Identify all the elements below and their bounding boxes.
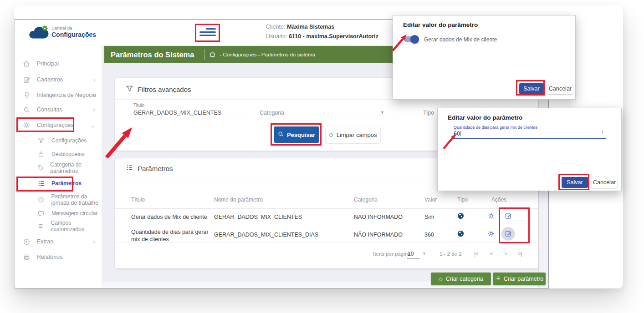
- cell-nome: GERAR_DADOS_MIX_CLIENTES: [214, 214, 302, 220]
- logo-line1: Central de: [51, 25, 96, 30]
- edit-action-button[interactable]: [505, 230, 512, 239]
- save-button-label: Salvar: [523, 86, 539, 92]
- message-icon: [37, 210, 45, 217]
- text-cursor: [460, 131, 460, 136]
- spinner-down-icon[interactable]: ▾: [602, 132, 603, 134]
- col-tipo: Tipo: [457, 197, 468, 203]
- globe-icon: [457, 212, 464, 221]
- cancel-button[interactable]: Cancelar: [592, 177, 617, 188]
- filter-icon: [126, 85, 133, 93]
- sidebar-item-label: Campos customizados: [51, 220, 102, 233]
- globe-icon: [457, 230, 464, 239]
- clear-fields-label: Limpar campos: [337, 131, 377, 138]
- parameters-title: Parâmetros: [138, 165, 173, 172]
- toggle-switch-knob[interactable]: [410, 35, 419, 44]
- parameter-value-input[interactable]: 60: [454, 131, 460, 137]
- sidebar-item-label: Categoria de parâmetros: [50, 162, 102, 175]
- sidebar-item-principal[interactable]: Principal: [15, 57, 102, 71]
- titulo-field[interactable]: Titulo GERAR_DADOS_MIX_CLIENTES: [133, 103, 221, 116]
- previous-page-button[interactable]: <: [490, 250, 493, 257]
- sidebar-item-label: Principal: [37, 61, 59, 67]
- sidebar-item-cadastros[interactable]: Cadastros ›: [15, 73, 102, 86]
- configure-action-button[interactable]: [488, 230, 495, 239]
- logo-line2: Configurações: [51, 31, 96, 38]
- app-logo-text: Central de Configurações: [51, 25, 96, 38]
- chevron-right-icon: ›: [93, 92, 95, 99]
- sidebar-item-label: Consultas: [37, 106, 62, 113]
- breadcrumb: - Configurações - Parâmetros do sistema: [209, 51, 315, 59]
- configure-action-button[interactable]: [488, 212, 495, 221]
- sidebar-subitem-parametros-jornada[interactable]: Parâmetros da jornada de trabalho: [15, 191, 102, 209]
- search-button-label: Pesquisar: [287, 131, 315, 138]
- col-titulo: Título: [131, 197, 145, 203]
- sidebar-subitem-configuracoes[interactable]: Configurações: [15, 134, 102, 147]
- toggle-label: Gerar dados de Mix de cliente: [424, 36, 497, 43]
- sidebar-item-label: Parâmetros: [51, 180, 82, 187]
- sidebar-item-configuracoes[interactable]: Configurações ⌄: [15, 118, 102, 132]
- cell-valor: 360: [424, 232, 434, 238]
- chevron-down-icon: ⌄: [90, 122, 95, 129]
- chevron-right-icon: ›: [93, 106, 95, 113]
- dropdown-arrow-icon[interactable]: ▾: [423, 251, 425, 256]
- list-icon: [126, 164, 133, 172]
- items-per-page-value: 10: [408, 251, 414, 257]
- menu-toggle-button[interactable]: [199, 26, 216, 38]
- edit-action-button[interactable]: [505, 212, 512, 221]
- sidebar-subitem-categoria-parametros[interactable]: Categoria de parâmetros: [15, 161, 102, 175]
- sidebar-subitem-desbloqueios[interactable]: Desbloqueios: [15, 147, 102, 161]
- chevron-right-icon: ›: [93, 76, 95, 83]
- first-page-button[interactable]: |<: [474, 250, 478, 257]
- home-icon[interactable]: [209, 51, 216, 59]
- number-spinner[interactable]: ▴ ▾: [602, 130, 603, 134]
- sidebar-subitem-parametros[interactable]: Parâmetros: [15, 177, 102, 190]
- cancel-button[interactable]: Cancelar: [547, 83, 573, 94]
- tipo-select[interactable]: Tipo: [423, 110, 434, 116]
- sidebar-item-label: Configurações: [51, 137, 87, 144]
- sidebar-subitem-campos-customizados[interactable]: Campos customizados: [15, 219, 102, 233]
- titulo-value: GERAR_DADOS_MIX_CLIENTES: [133, 110, 221, 116]
- sidebar-item-label: Extras: [37, 238, 53, 245]
- create-category-button[interactable]: ◇ Criar categoria: [431, 273, 491, 285]
- home-icon: [22, 60, 31, 67]
- page-title: Parâmetros do Sistema: [111, 50, 194, 59]
- cell-categoria: NÃO INFORMADO: [354, 232, 403, 238]
- save-button-label: Salvar: [567, 179, 583, 186]
- sidebar-item-label: Cadastros: [37, 76, 63, 83]
- sidebar-item-label: Desbloqueios: [51, 151, 85, 157]
- app-logo-icon: [28, 25, 49, 42]
- categoria-underline: [260, 118, 388, 118]
- user-info: Usuário: 6110 - maxima.SupervisorAutoriz: [266, 33, 378, 40]
- client-label: Cliente:: [266, 24, 285, 30]
- list-icon: [37, 180, 45, 187]
- user-value: 6110 - maxima.SupervisorAutoriz: [289, 33, 378, 40]
- search-button[interactable]: Pesquisar: [274, 126, 319, 143]
- sidebar-item-label: Relatórios: [37, 254, 62, 261]
- categoria-select[interactable]: Categoria: [260, 110, 284, 116]
- sidebar-item-label: Inteligência de Negócio: [37, 92, 96, 99]
- cell-titulo: Quantidade de dias para gerar mix de cli…: [131, 228, 215, 243]
- sidebar-item-label: Mensagem circular: [51, 210, 97, 217]
- next-page-button[interactable]: >: [504, 250, 507, 257]
- sidebar-item-extras[interactable]: Extras ›: [15, 235, 102, 248]
- nodes-icon: [37, 137, 45, 144]
- clear-fields-button[interactable]: ◇ Limpar campos: [326, 126, 380, 143]
- breadcrumb-text: - Configurações - Parâmetros do sistema: [220, 52, 315, 57]
- cell-nome: GERAR_DADOS_MIX_CLIENTES_DIAS: [214, 232, 318, 238]
- client-value: Máxima Sistemas: [287, 24, 334, 30]
- create-parameter-button[interactable]: Criar parâmetro: [493, 273, 546, 285]
- items-per-page-select[interactable]: 10: [407, 251, 420, 259]
- sidebar-item-relatorios[interactable]: Relatórios: [15, 250, 102, 264]
- sidebar-subitem-mensagem-circular[interactable]: Mensagem circular: [15, 207, 102, 220]
- tag-icon: ◇: [439, 276, 442, 282]
- save-button[interactable]: Salvar: [562, 177, 588, 188]
- save-button[interactable]: Salvar: [519, 83, 544, 94]
- eraser-icon: ◇: [329, 131, 333, 138]
- modal-title: Editar valor do parâmetro: [448, 114, 522, 121]
- stack-icon: [37, 223, 45, 229]
- col-acoes: Ações: [491, 197, 506, 203]
- dropdown-arrow-icon[interactable]: ▾: [381, 110, 383, 115]
- sidebar-item-inteligencia[interactable]: Inteligência de Negócio ›: [15, 88, 102, 102]
- titulo-underline: [133, 118, 250, 118]
- last-page-button[interactable]: >|: [518, 250, 522, 257]
- sidebar-item-consultas[interactable]: Consultas ›: [15, 103, 102, 116]
